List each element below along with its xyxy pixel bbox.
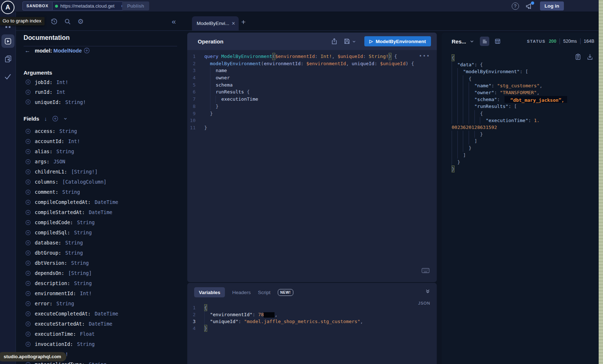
code-line[interactable]: "data": { (452, 61, 599, 68)
field-row[interactable]: compileCompletedAt:DateTime (16, 197, 187, 207)
endpoint-url[interactable]: https://metadata.cloud.get (60, 3, 119, 9)
code-line[interactable]: "name": "stg_customers", (452, 82, 599, 89)
field-row[interactable]: executeCompletedAt:DateTime (16, 309, 187, 319)
code-line[interactable]: 8} (187, 103, 437, 110)
add-field-plus-icon[interactable] (25, 240, 31, 246)
field-row[interactable]: executeStartedAt:DateTime (16, 319, 187, 329)
add-field-plus-icon[interactable] (25, 149, 31, 154)
tab-variables[interactable]: Variables (194, 287, 225, 297)
announcements-icon[interactable] (525, 3, 533, 10)
collapse-panel-double-chevron-icon[interactable] (425, 289, 430, 294)
add-field-plus-icon[interactable] (25, 281, 31, 286)
back-arrow-icon[interactable]: ← (25, 47, 30, 54)
field-row[interactable]: columns:[CatalogColumn] (16, 177, 187, 187)
add-field-plus-icon[interactable] (25, 220, 31, 225)
field-row[interactable]: accountId:Int! (16, 136, 187, 146)
explorer-nav-item[interactable] (1, 34, 14, 48)
add-field-plus-icon[interactable] (25, 271, 31, 276)
schema-nav-icon[interactable] (4, 55, 12, 63)
add-field-plus-icon[interactable] (25, 260, 31, 266)
field-row[interactable]: childrenL1:[String!] (16, 167, 187, 177)
field-row[interactable]: compiledCode:String (16, 217, 187, 227)
response-body[interactable]: {"data": {"modelByEnvironment": [{"name"… (442, 50, 599, 364)
help-icon[interactable]: ? (512, 3, 519, 10)
code-line[interactable]: { (452, 110, 599, 117)
checks-nav-icon[interactable] (4, 73, 12, 80)
code-line[interactable]: 9} (187, 110, 437, 117)
add-field-plus-icon[interactable] (25, 331, 31, 337)
more-options-icon[interactable]: ••• (419, 53, 430, 59)
code-line[interactable]: 10 (187, 117, 437, 124)
add-field-plus-icon[interactable] (25, 362, 31, 364)
publish-button[interactable]: Publish (122, 1, 149, 11)
apollo-logo[interactable]: A (1, 1, 14, 14)
field-row[interactable]: alias:String (16, 146, 187, 156)
code-line[interactable]: 4} (187, 325, 437, 332)
tab-headers[interactable]: Headers (232, 290, 251, 295)
code-line[interactable]: 1query ModelByEnvironment($environmentId… (187, 53, 437, 60)
code-line[interactable]: "runResults": [ (452, 103, 599, 110)
sort-arrow-icon[interactable]: ↓ (44, 116, 47, 122)
field-row[interactable]: dbtGroup:String (16, 248, 187, 258)
code-line[interactable]: 5schema (187, 81, 437, 89)
field-row[interactable]: dependsOn:[String] (16, 268, 187, 278)
history-icon[interactable] (51, 18, 58, 25)
add-field-plus-icon[interactable] (25, 301, 31, 306)
code-line[interactable]: 0023620128631592 (452, 124, 599, 131)
table-view-toggle[interactable] (493, 37, 502, 46)
field-row[interactable]: compiledSql:String (16, 227, 187, 238)
code-line[interactable]: { (452, 75, 599, 82)
close-tab-icon[interactable]: × (232, 21, 235, 26)
operation-tab[interactable]: ModelByEnvi... × (192, 16, 239, 30)
collapse-sidebar-icon[interactable]: « (172, 17, 176, 26)
add-field-plus-icon[interactable] (25, 250, 31, 256)
code-line[interactable]: 4owner (187, 74, 437, 81)
add-field-plus-icon[interactable] (25, 79, 31, 85)
add-field-plus-icon[interactable] (25, 230, 31, 235)
code-line[interactable]: } (452, 166, 599, 172)
fields-options-chevron-icon[interactable] (63, 117, 67, 121)
add-field-plus-icon[interactable] (25, 129, 31, 134)
tab-script[interactable]: Script (258, 290, 271, 295)
code-line[interactable]: "schema": “dbt_mary_jackson”, (452, 96, 599, 103)
add-field-plus-icon[interactable] (25, 189, 31, 195)
variables-editor[interactable]: 1{2"environmentId": 78,3"uniqueId": "mod… (187, 303, 437, 332)
add-field-plus-icon[interactable] (25, 321, 31, 327)
add-field-plus-icon[interactable] (25, 169, 31, 175)
operation-editor[interactable]: ••• 1query ModelByEnvironment($environme… (187, 50, 437, 282)
add-field-plus-icon[interactable] (25, 89, 31, 95)
code-line[interactable]: "owner": "TRANSFORMER", (452, 89, 599, 96)
share-icon[interactable] (331, 38, 338, 45)
code-line[interactable]: "modelByEnvironment": [ (452, 68, 599, 75)
add-field-plus-icon[interactable] (25, 291, 31, 296)
add-field-plus-icon[interactable] (25, 139, 31, 144)
add-field-plus-icon[interactable] (25, 311, 31, 317)
add-field-plus-icon[interactable] (25, 179, 31, 185)
code-line[interactable]: 7executionTime (187, 96, 437, 103)
field-row[interactable]: invocationId:String (16, 339, 187, 349)
field-row[interactable]: uniqueId:String! (16, 97, 187, 107)
text-view-toggle[interactable] (480, 37, 489, 46)
field-row[interactable]: runId:Int (16, 87, 187, 97)
code-line[interactable]: { (452, 54, 599, 61)
code-line[interactable]: } (452, 131, 599, 138)
settings-gear-icon[interactable]: ⚙ (78, 18, 84, 25)
endpoint-url-field[interactable]: https://metadata.cloud.get ⚙ (52, 1, 129, 11)
field-row[interactable]: executionTime:Float (16, 329, 187, 339)
code-line[interactable]: 6runResults { (187, 88, 437, 96)
run-operation-button[interactable]: ▷ ModelByEnvironment (364, 36, 431, 46)
field-row[interactable]: comment:String (16, 187, 187, 197)
field-row[interactable]: description:String (16, 278, 187, 288)
field-row[interactable]: database:String (16, 238, 187, 248)
search-icon[interactable] (64, 18, 71, 25)
code-line[interactable]: 2"environmentId": 78, (187, 311, 437, 318)
add-all-fields-plus-icon[interactable] (52, 116, 58, 122)
code-line[interactable]: 11} (187, 124, 437, 131)
add-field-plus-icon[interactable] (25, 342, 31, 347)
field-row[interactable]: access:String (16, 126, 187, 136)
field-row[interactable]: error:String (16, 298, 187, 309)
code-line[interactable]: 3"uniqueId": "model.jaffle_shop_metrics.… (187, 318, 437, 325)
code-line[interactable]: ] (452, 138, 599, 145)
keyboard-shortcuts-icon[interactable] (422, 268, 430, 273)
add-type-plus-icon[interactable] (84, 47, 90, 54)
